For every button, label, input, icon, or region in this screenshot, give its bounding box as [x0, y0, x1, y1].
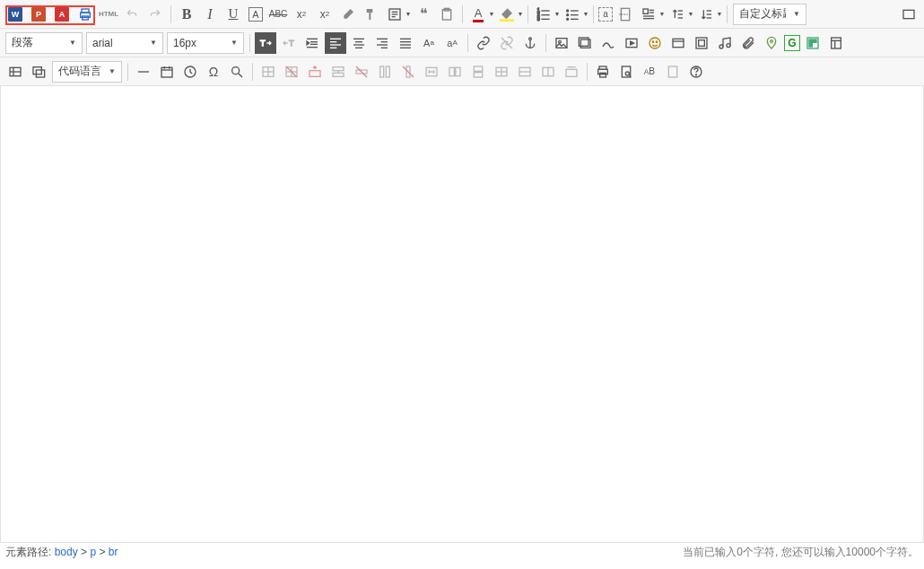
formatmatch-button[interactable]: [361, 4, 382, 25]
snapscreen-button[interactable]: [4, 61, 26, 83]
anchor-link-button[interactable]: [519, 32, 541, 54]
backcolor-button[interactable]: [496, 4, 518, 25]
autotypeset-button[interactable]: [384, 4, 405, 25]
emotion-button[interactable]: [644, 32, 666, 54]
to-lowercase-button[interactable]: aA: [441, 32, 463, 54]
drafts-button[interactable]: [662, 61, 684, 83]
direction-rtl-button[interactable]: T: [278, 32, 300, 54]
svg-point-139: [695, 74, 696, 74]
row-spacing-bottom-button[interactable]: [695, 4, 717, 25]
ordered-list-button[interactable]: 123: [533, 4, 554, 25]
path-body-link[interactable]: body: [55, 546, 78, 558]
anchor-button[interactable]: a: [598, 7, 613, 22]
backcolor-dropdown[interactable]: ▼: [517, 11, 524, 17]
italic-button[interactable]: I: [199, 4, 221, 25]
split-cols-button[interactable]: [537, 61, 559, 83]
pasteplain-button[interactable]: [436, 4, 458, 25]
insert-code-button[interactable]: [667, 32, 689, 54]
direction-ltr-button[interactable]: T: [255, 32, 276, 54]
insert-row-button[interactable]: [327, 61, 349, 83]
image-float-button[interactable]: [638, 4, 659, 25]
bold-button[interactable]: B: [176, 4, 197, 25]
align-right-button[interactable]: [371, 32, 393, 54]
preview-button[interactable]: [615, 61, 637, 83]
delete-table-button[interactable]: [281, 61, 302, 83]
insert-image-single-button[interactable]: [551, 32, 572, 54]
eraser-button[interactable]: [337, 4, 359, 25]
delete-row-button[interactable]: [351, 61, 372, 83]
spechars-button[interactable]: Ω: [203, 61, 224, 83]
insert-image-multi-button[interactable]: [574, 32, 596, 54]
superscript-button[interactable]: x2: [291, 4, 312, 25]
forecolor-dropdown[interactable]: ▼: [488, 11, 495, 17]
image-float-dropdown[interactable]: ▼: [658, 11, 666, 17]
template-button[interactable]: [825, 32, 847, 54]
fullscreen-button[interactable]: [898, 4, 920, 25]
time-button[interactable]: [179, 61, 201, 83]
merge-right-button[interactable]: [444, 61, 466, 83]
code-language-select[interactable]: 代码语言▼: [52, 61, 122, 83]
editor-content-area[interactable]: [0, 86, 924, 542]
path-br-link[interactable]: br: [109, 546, 118, 558]
align-left-button[interactable]: [325, 32, 346, 54]
wordimage-button[interactable]: [28, 61, 49, 83]
strikethrough-button[interactable]: ABC: [267, 4, 289, 25]
unlink-button[interactable]: [496, 32, 518, 54]
link-button[interactable]: [473, 32, 494, 54]
font-size-select[interactable]: 16px▼: [167, 32, 244, 54]
insert-frame-button[interactable]: [691, 32, 712, 54]
align-justify-button[interactable]: [395, 32, 416, 54]
import-pdf-button[interactable]: A: [51, 4, 73, 25]
font-family-select[interactable]: arial▼: [86, 32, 163, 54]
custom-title-select[interactable]: 自定义标题▼: [733, 4, 806, 25]
attachment-button[interactable]: [737, 32, 759, 54]
import-word-button[interactable]: W: [4, 4, 26, 25]
print-icon-button[interactable]: [592, 61, 614, 83]
forecolor-button[interactable]: A: [467, 4, 489, 25]
split-cells-button[interactable]: [491, 61, 512, 83]
import-ppt-button[interactable]: P: [28, 4, 49, 25]
insert-table-button[interactable]: [257, 61, 279, 83]
delete-col-button[interactable]: [397, 61, 419, 83]
row-spacing-top-button[interactable]: [667, 4, 688, 25]
pagebreak-button[interactable]: [615, 4, 636, 25]
redo-button[interactable]: [144, 4, 166, 25]
to-uppercase-button[interactable]: Aa: [418, 32, 440, 54]
undo-button[interactable]: [121, 4, 143, 25]
fontborder-button[interactable]: A: [248, 7, 263, 22]
blockquote-button[interactable]: ❝: [413, 4, 434, 25]
date-button[interactable]: [156, 61, 178, 83]
help-button[interactable]: [685, 61, 707, 83]
unordered-list-button[interactable]: [562, 4, 583, 25]
merge-down-button[interactable]: [467, 61, 489, 83]
indent-button[interactable]: [301, 32, 323, 54]
paragraph-select[interactable]: 段落▼: [5, 32, 83, 54]
searchreplace-button[interactable]: [226, 61, 248, 83]
ordered-list-dropdown[interactable]: ▼: [554, 11, 561, 17]
webapp-button[interactable]: [802, 32, 824, 54]
split-rows-button[interactable]: [514, 61, 536, 83]
align-center-button[interactable]: [348, 32, 370, 54]
row-spacing-bottom-dropdown[interactable]: ▼: [716, 11, 723, 17]
gmap-button[interactable]: G: [784, 35, 800, 51]
delete-caption-button[interactable]: [561, 61, 582, 83]
separator: [127, 63, 128, 81]
insert-col-button[interactable]: [374, 61, 396, 83]
map-button[interactable]: [761, 32, 782, 54]
merge-cells-button[interactable]: [421, 61, 442, 83]
source-html-button[interactable]: HTML: [98, 4, 119, 25]
unordered-list-dropdown[interactable]: ▼: [582, 11, 589, 17]
insert-video-button[interactable]: [621, 32, 642, 54]
subscript-button[interactable]: x2: [314, 4, 336, 25]
autotypeset-dropdown[interactable]: ▼: [405, 11, 412, 17]
music-button[interactable]: [714, 32, 736, 54]
insert-paragraph-before-button[interactable]: [304, 61, 326, 83]
scrawl-button[interactable]: [597, 32, 619, 54]
row-spacing-top-dropdown[interactable]: ▼: [687, 11, 694, 17]
svg-point-71: [652, 41, 653, 42]
underline-button[interactable]: U: [222, 4, 244, 25]
horizontal-rule-button[interactable]: [133, 61, 154, 83]
select-all-button[interactable]: AB: [639, 61, 660, 83]
separator: [727, 5, 728, 23]
print-button[interactable]: [74, 4, 96, 25]
